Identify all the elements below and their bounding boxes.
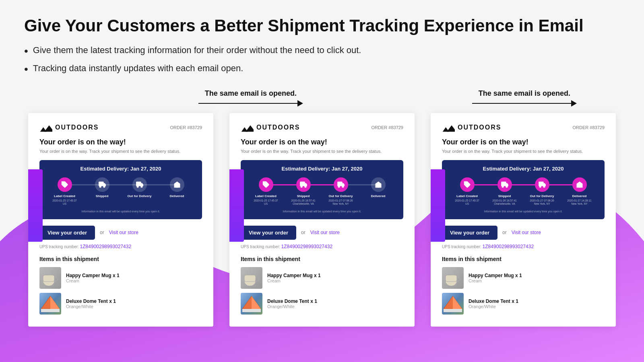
visit-store-link[interactable]: Visit our store (109, 230, 138, 235)
btn-or-label: or (100, 230, 104, 235)
arrow-visual-2 (472, 100, 577, 107)
svg-point-5 (103, 186, 105, 187)
card-main-title: Your order is on the way! (241, 138, 403, 146)
tracking-number-link[interactable]: 1Z84900298993027432 (483, 244, 534, 249)
item-variant-0: Cream (66, 278, 120, 283)
mountain-icon (442, 123, 455, 132)
view-order-button[interactable]: View your order (241, 226, 296, 240)
step-label-3: Delivered (572, 194, 586, 198)
tracking-steps: Label Created 2020-01-25 17:45:37US Ship… (46, 177, 196, 206)
items-title: Items in this shipment (442, 256, 605, 262)
visit-store-link[interactable]: Visit our store (512, 230, 541, 235)
arrow-shaft-2 (472, 103, 571, 104)
card-accent (229, 169, 244, 242)
tracking-step-2: Out for Delivery (121, 177, 158, 198)
item-image-1 (39, 293, 61, 315)
visit-store-link[interactable]: Visit our store (310, 230, 340, 235)
tracking-steps: Label Created 2020-01-25 17:45:37US Ship… (448, 177, 598, 206)
svg-point-2 (63, 183, 64, 183)
step-sublabel-1: 2020-01-26 18:57:41Charlottesville, VA (291, 199, 315, 206)
step-sublabel-2: 2020-01-27 07:08:26New York, NY (530, 199, 554, 206)
tracking-bar-title: Estimated Delivery: Jan 27, 2020 (247, 166, 397, 172)
tracking-step-3: Delivered (359, 177, 397, 198)
brand-name: OUTDOORS (55, 124, 99, 131)
step-label-3: Delivered (371, 194, 385, 198)
order-number: ORDER #83729 (573, 125, 605, 130)
svg-point-7 (137, 186, 138, 187)
item-image-1 (442, 293, 464, 315)
item-name-0: Happy Camper Mug x 1 (267, 273, 321, 278)
step-sublabel-2: 2020-01-27 07:08:26New York, NY (328, 199, 353, 206)
item-info-0: Happy Camper Mug x 1 Cream (469, 273, 522, 283)
cards-row: OUTDOORS ORDER #83729 Your order is on t… (16, 113, 628, 327)
tracking-step-1: Shipped 2020-01-26 18:57:41Charlottesvil… (486, 177, 523, 206)
order-number: ORDER #83729 (170, 125, 202, 130)
view-order-button[interactable]: View your order (39, 226, 95, 240)
tracking-info-text: Information in this email will be update… (448, 210, 598, 213)
svg-rect-41 (446, 275, 457, 282)
step-sublabel-0: 2020-01-25 17:45:37US (455, 199, 479, 206)
item-row-1: Deluxe Dome Tent x 1 Orange/White (241, 293, 403, 315)
tracking-step-0: Label Created 2020-01-25 17:45:37US (247, 177, 285, 206)
item-row-0: Happy Camper Mug x 1 Cream (241, 267, 403, 289)
brand-name: OUTDOORS (458, 124, 501, 131)
btn-or-label: or (301, 230, 305, 235)
svg-point-23 (342, 186, 344, 187)
item-image-0 (442, 267, 464, 289)
tracking-bar: Estimated Delivery: Jan 27, 2020 Label C… (241, 160, 403, 219)
item-name-1: Deluxe Dome Tent x 1 (267, 298, 317, 304)
tracking-info-text: Information in this email will be update… (46, 210, 196, 213)
step-sublabel-1: 2020-01-26 18:57:41Charlottesville, VA (492, 199, 516, 206)
arrow-group-1: The same email is opened. (180, 89, 322, 107)
svg-point-32 (465, 183, 466, 183)
step-circle-2 (535, 177, 549, 192)
item-image-1 (241, 293, 262, 315)
tracking-step-1: Shipped (83, 177, 121, 198)
item-row-1: Deluxe Dome Tent x 1 Orange/White (442, 293, 605, 315)
tracking-step-1: Shipped 2020-01-26 18:57:41Charlottesvil… (285, 177, 322, 206)
item-row-0: Happy Camper Mug x 1 Cream (442, 267, 605, 289)
tracking-step-0: Label Created 2020-01-25 17:45:37US (448, 177, 486, 206)
svg-point-8 (141, 186, 142, 187)
svg-rect-14 (41, 309, 60, 312)
brand-logo: OUTDOORS (39, 123, 99, 132)
brand-logo: OUTDOORS (241, 123, 300, 132)
step-circle-0 (58, 177, 72, 192)
order-number: ORDER #83729 (372, 125, 404, 130)
step-circle-2 (132, 177, 147, 192)
hero-section: Give Your Customers a Better Shipment Tr… (0, 0, 644, 89)
mountain-icon (241, 123, 254, 132)
item-image-0 (39, 267, 61, 289)
tracking-steps: Label Created 2020-01-25 17:45:37US Ship… (247, 177, 397, 206)
item-name-0: Happy Camper Mug x 1 (66, 273, 120, 278)
tracking-number-link[interactable]: 1Z84900298993027432 (281, 244, 332, 249)
card-accent (431, 169, 445, 242)
step-circle-3 (572, 177, 587, 192)
tracking-number-link[interactable]: 1Z84900298993027432 (80, 244, 131, 249)
svg-rect-24 (377, 185, 379, 187)
step-circle-0 (259, 177, 273, 192)
svg-marker-16 (242, 127, 248, 132)
arrow-group-2: The same email is opened. (453, 89, 596, 107)
tracking-steps-container: Label Created 2020-01-25 17:45:37US Ship… (46, 177, 196, 206)
item-row-0: Happy Camper Mug x 1 Cream (39, 267, 202, 289)
svg-rect-33 (501, 182, 506, 186)
step-label-0: Label Created (255, 194, 277, 198)
item-info-0: Happy Camper Mug x 1 Cream (66, 273, 120, 283)
item-info-0: Happy Camper Mug x 1 Cream (267, 273, 321, 283)
step-circle-0 (460, 177, 475, 192)
item-name-1: Deluxe Dome Tent x 1 (469, 298, 518, 304)
item-name-1: Deluxe Dome Tent x 1 (66, 298, 116, 304)
btn-row: View your order or Visit our store (241, 226, 403, 240)
item-variant-0: Cream (469, 278, 522, 283)
step-label-3: Delivered (169, 194, 184, 198)
svg-rect-39 (578, 185, 580, 187)
item-variant-1: Orange/White (66, 304, 116, 309)
brand-name: OUTDOORS (256, 124, 300, 131)
page-title: Give Your Customers a Better Shipment Tr… (24, 16, 620, 35)
cards-area: The same email is opened. The same email… (0, 89, 644, 327)
svg-point-4 (99, 186, 101, 187)
view-order-button[interactable]: View your order (442, 226, 497, 240)
arrows-section: The same email is opened. The same email… (16, 89, 628, 107)
item-name-0: Happy Camper Mug x 1 (469, 273, 522, 278)
